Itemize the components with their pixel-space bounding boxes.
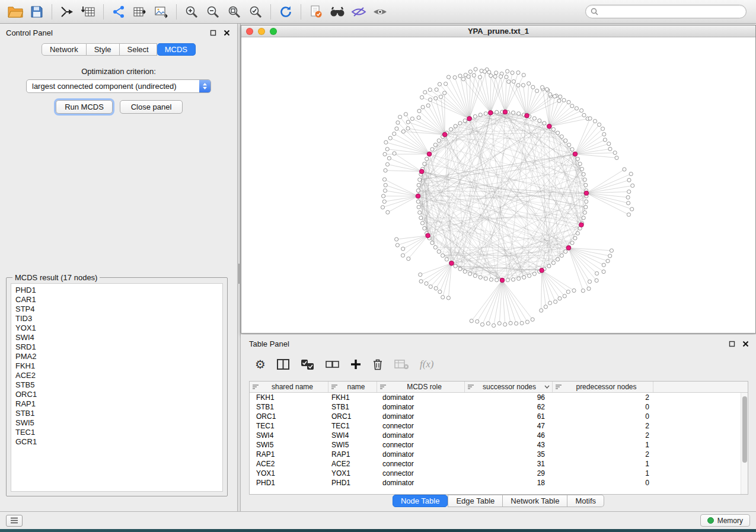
table-cell: dominator bbox=[377, 412, 465, 421]
select-all-button[interactable] bbox=[301, 359, 314, 370]
table-cell: dominator bbox=[377, 393, 465, 402]
float-panel-icon[interactable] bbox=[729, 341, 735, 347]
table-cell: ACE2 bbox=[328, 460, 377, 468]
tab-network[interactable]: Network bbox=[42, 43, 87, 56]
refresh-network-button[interactable] bbox=[275, 3, 296, 21]
network-canvas[interactable] bbox=[241, 37, 755, 333]
mcds-result-item[interactable]: TEC1 bbox=[15, 428, 218, 437]
column-header-predecessor-nodes[interactable]: predecessor nodes bbox=[553, 382, 653, 392]
export-table-icon bbox=[133, 5, 147, 18]
mcds-result-item[interactable]: FKH1 bbox=[15, 361, 218, 371]
control-panel-header: Control Panel bbox=[6, 27, 230, 38]
table-row[interactable]: PHD1PHD1dominator180 bbox=[250, 478, 748, 488]
column-header-shared-name[interactable]: shared name bbox=[250, 382, 328, 392]
table-row[interactable]: FKH1FKH1dominator962 bbox=[250, 393, 748, 402]
tab-edge-table[interactable]: Edge Table bbox=[448, 495, 503, 507]
export-image-button[interactable] bbox=[151, 3, 172, 21]
close-panel-icon[interactable] bbox=[742, 341, 749, 347]
tab-mcds[interactable]: MCDS bbox=[157, 43, 196, 56]
table-row[interactable]: ACE2ACE2connector311 bbox=[250, 459, 748, 469]
application-window: Control Panel Network Style Select MCDS … bbox=[0, 0, 756, 532]
share-document-button[interactable] bbox=[305, 3, 327, 21]
network-window-title: YPA_prune.txt_1 bbox=[241, 27, 755, 36]
table-cell: 2 bbox=[553, 393, 653, 402]
table-row[interactable]: YOX1YOX1connector291 bbox=[250, 469, 748, 478]
export-table-button[interactable] bbox=[129, 3, 151, 21]
add-column-button[interactable] bbox=[350, 359, 361, 370]
tab-motifs[interactable]: Motifs bbox=[567, 495, 604, 507]
import-network-button[interactable] bbox=[56, 3, 78, 21]
zoom-out-button[interactable] bbox=[202, 3, 224, 21]
memory-status-icon bbox=[707, 517, 714, 524]
mcds-result-item[interactable]: TID3 bbox=[15, 314, 218, 323]
zoom-in-button[interactable] bbox=[181, 3, 202, 21]
float-panel-icon[interactable] bbox=[210, 30, 216, 36]
mcds-result-item[interactable]: GCR1 bbox=[15, 437, 218, 447]
memory-button[interactable]: Memory bbox=[700, 514, 750, 527]
table-row[interactable]: SWI5SWI5connector431 bbox=[250, 440, 748, 450]
open-file-button[interactable] bbox=[5, 3, 26, 21]
sort-direction-icon bbox=[544, 385, 550, 389]
tab-select[interactable]: Select bbox=[120, 43, 157, 56]
column-header-mcds-role[interactable]: MCDS role bbox=[377, 382, 465, 392]
mcds-result-item[interactable]: STP4 bbox=[15, 305, 218, 314]
column-header-successor-nodes[interactable]: successor nodes bbox=[465, 382, 553, 392]
criterion-dropdown[interactable]: largest connected component (undirected) bbox=[26, 79, 211, 93]
table-cell: SWI5 bbox=[328, 441, 377, 449]
column-header-name[interactable]: name bbox=[328, 382, 377, 392]
table-row[interactable]: ORC1ORC1dominator610 bbox=[250, 412, 748, 421]
table-settings-button[interactable]: ⚙ bbox=[255, 358, 266, 370]
table-row[interactable]: SWI4SWI4dominator462 bbox=[250, 431, 748, 440]
mcds-result-item[interactable]: ORC1 bbox=[15, 390, 218, 399]
mcds-result-item[interactable]: CAR1 bbox=[15, 295, 218, 305]
mcds-result-list[interactable]: PHD1CAR1STP4TID3YOX1SWI4SRD1PMA2FKH1ACE2… bbox=[11, 283, 223, 492]
tab-node-table[interactable]: Node Table bbox=[393, 495, 448, 507]
delete-column-button[interactable] bbox=[372, 358, 383, 370]
save-session-button[interactable] bbox=[26, 3, 47, 21]
scrollbar-thumb[interactable] bbox=[742, 396, 747, 463]
import-table-button[interactable] bbox=[78, 3, 99, 21]
export-network-icon bbox=[111, 5, 126, 18]
zoom-selected-button[interactable] bbox=[245, 3, 266, 21]
desktop-background bbox=[0, 529, 756, 532]
table-scrollbar[interactable] bbox=[741, 393, 748, 494]
search-icon bbox=[591, 8, 598, 15]
mcds-result-item[interactable]: SRD1 bbox=[15, 342, 218, 352]
mcds-result-item[interactable]: STB1 bbox=[15, 409, 218, 418]
zoom-fit-button[interactable] bbox=[224, 3, 245, 21]
network-window-titlebar[interactable]: YPA_prune.txt_1 bbox=[241, 25, 755, 37]
deselect-all-button[interactable] bbox=[326, 360, 339, 369]
tab-network-table[interactable]: Network Table bbox=[503, 495, 567, 507]
eye-slash-icon bbox=[351, 7, 366, 17]
mcds-result-item[interactable]: SWI4 bbox=[15, 333, 218, 342]
delete-table-button-disabled[interactable] bbox=[394, 360, 409, 370]
tab-style[interactable]: Style bbox=[87, 43, 120, 56]
close-panel-icon[interactable] bbox=[224, 30, 230, 36]
mcds-result-item[interactable]: STB5 bbox=[15, 380, 218, 390]
run-mcds-button[interactable]: Run MCDS bbox=[56, 100, 113, 114]
close-panel-button[interactable]: Close panel bbox=[120, 100, 183, 114]
find-button[interactable] bbox=[327, 3, 348, 21]
table-cell: dominator bbox=[377, 479, 465, 487]
table-row[interactable]: RAP1RAP1dominator352 bbox=[250, 450, 748, 459]
mcds-result-item[interactable]: YOX1 bbox=[15, 323, 218, 333]
function-builder-button[interactable]: f(x) bbox=[420, 358, 434, 370]
show-selection-button[interactable] bbox=[369, 3, 391, 21]
mcds-result-item[interactable]: PHD1 bbox=[15, 286, 218, 295]
show-columns-button[interactable] bbox=[277, 359, 289, 370]
search-box bbox=[585, 5, 747, 18]
table-cell: 96 bbox=[465, 393, 553, 402]
import-table-icon bbox=[81, 5, 95, 18]
table-cell: PHD1 bbox=[328, 479, 377, 487]
table-cell: 46 bbox=[465, 431, 553, 440]
table-row[interactable]: TEC1TEC1connector472 bbox=[250, 421, 748, 431]
hide-selection-button[interactable] bbox=[348, 3, 369, 21]
mcds-result-item[interactable]: PMA2 bbox=[15, 352, 218, 361]
search-input[interactable] bbox=[601, 6, 746, 17]
mcds-result-item[interactable]: ACE2 bbox=[15, 371, 218, 380]
mcds-result-item[interactable]: SWI5 bbox=[15, 418, 218, 428]
export-network-button[interactable] bbox=[108, 3, 129, 21]
mcds-result-item[interactable]: RAP1 bbox=[15, 399, 218, 409]
show-panel-list-button[interactable] bbox=[6, 515, 23, 527]
table-row[interactable]: STB1STB1dominator620 bbox=[250, 402, 748, 412]
